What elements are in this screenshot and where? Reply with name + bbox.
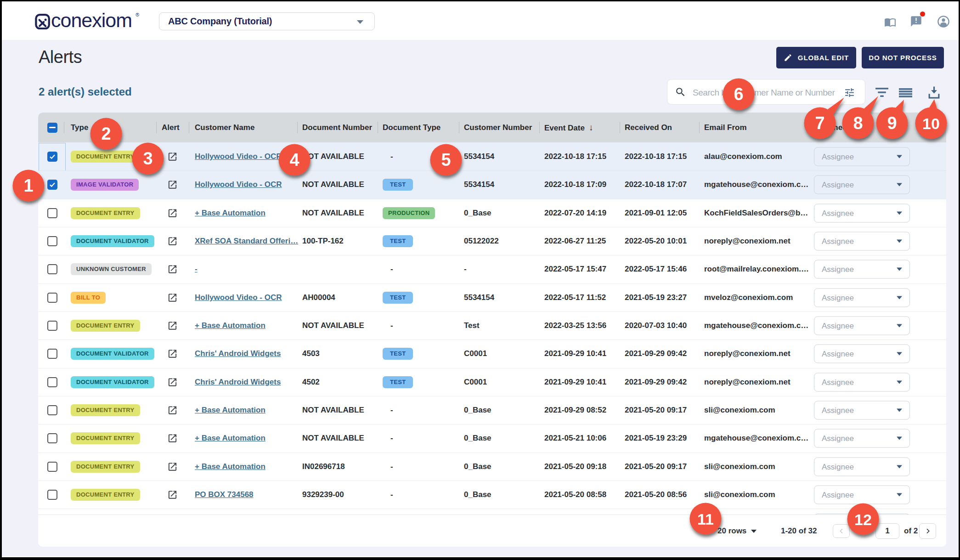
svg-text:1: 1 bbox=[23, 176, 33, 195]
